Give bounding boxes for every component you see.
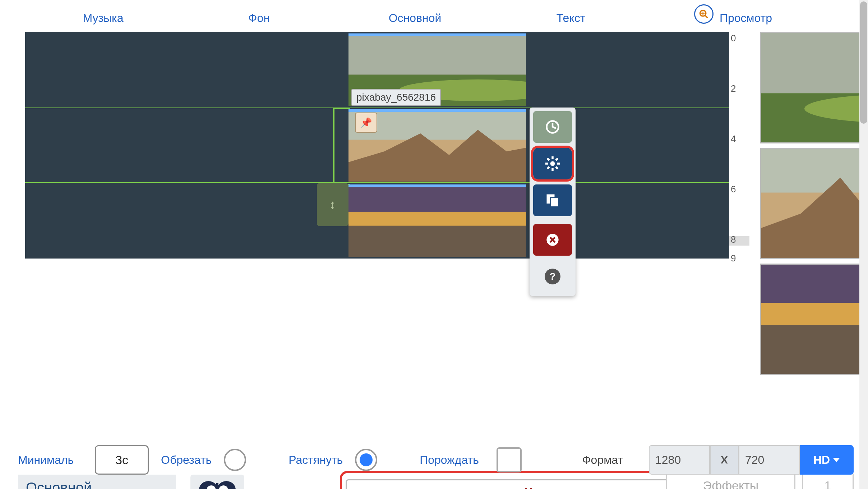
ruler-mark-8: 8 <box>731 234 736 245</box>
option-tab-main[interactable]: Основной <box>18 475 176 489</box>
clip-toolbar: ? <box>530 108 576 296</box>
ruler-mark-2: 2 <box>731 83 736 94</box>
selection-bracket <box>333 108 350 185</box>
landscape-icon <box>761 149 868 258</box>
preview-column <box>753 32 868 379</box>
close-circle-icon <box>545 233 560 247</box>
duplicate-button[interactable] <box>533 184 572 216</box>
stretch-label: Растянуть <box>288 453 343 467</box>
svg-line-15 <box>553 127 556 128</box>
svg-rect-30 <box>761 33 868 93</box>
timing-button[interactable] <box>533 111 572 143</box>
tab-main[interactable]: Основной <box>337 7 493 32</box>
gear-icon <box>545 156 560 172</box>
pin-button[interactable]: 📌 <box>355 113 377 133</box>
timeline-ruler: 0 2 4 6 8 9 <box>729 32 751 379</box>
ruler-mark-4: 4 <box>731 133 736 145</box>
preview-thumb-2[interactable] <box>760 148 868 259</box>
timeline[interactable]: pixabay_6562816 📌 ↕ <box>25 32 729 259</box>
clear-button[interactable]: X <box>346 479 711 489</box>
tab-music[interactable]: Музыка <box>25 7 181 32</box>
help-button[interactable]: ? <box>533 261 572 292</box>
zoom-in-button[interactable] <box>694 4 714 24</box>
svg-rect-34 <box>761 149 868 193</box>
tab-text[interactable]: Текст <box>493 7 649 32</box>
spawn-checkbox[interactable] <box>497 447 522 472</box>
format-width[interactable]: 1280 <box>649 445 710 475</box>
spawn-label: Порождать <box>420 453 484 467</box>
landscape-icon <box>761 265 868 374</box>
delete-button[interactable] <box>533 224 572 256</box>
min-duration-label: Минималь <box>18 453 83 467</box>
svg-line-23 <box>547 167 549 169</box>
help-icon: ? <box>545 269 560 284</box>
copy-icon <box>545 192 560 208</box>
ruler-mark-9: 9 <box>731 253 736 264</box>
preview-thumb-3[interactable] <box>760 264 868 375</box>
crop-radio[interactable] <box>224 449 246 471</box>
pin-icon: 📌 <box>360 117 372 128</box>
clip-3[interactable] <box>348 184 526 257</box>
resize-icon: ↕ <box>329 197 336 212</box>
min-duration-input[interactable] <box>95 445 149 475</box>
landscape-icon <box>761 33 868 142</box>
format-label: Формат <box>582 453 623 467</box>
page-scrollbar[interactable] <box>859 0 868 489</box>
crop-label: Обрезать <box>161 453 212 467</box>
svg-line-24 <box>556 158 558 160</box>
landscape-icon <box>348 187 526 257</box>
svg-rect-12 <box>348 226 526 257</box>
ruler-mark-0: 0 <box>731 33 736 44</box>
format-group: 1280 X 720 HD <box>649 445 854 475</box>
clip-1-label: pixabay_6562816 <box>351 89 441 106</box>
svg-line-1 <box>705 15 708 18</box>
stretch-radio[interactable] <box>355 449 377 471</box>
top-tabs: Музыка Фон Основной Текст Просмотр <box>0 0 868 32</box>
ruler-mark-6: 6 <box>731 184 736 195</box>
transition-preset[interactable] <box>190 475 244 489</box>
svg-rect-43 <box>216 483 218 489</box>
svg-line-21 <box>547 158 549 160</box>
format-height[interactable]: 720 <box>739 445 800 475</box>
chevron-down-icon <box>833 458 840 462</box>
format-x: X <box>710 445 739 475</box>
preview-thumb-1[interactable] <box>760 32 868 143</box>
zoom-in-icon <box>699 9 709 19</box>
format-hd-dropdown[interactable]: HD <box>800 445 854 475</box>
svg-line-22 <box>556 167 558 169</box>
svg-point-16 <box>550 161 555 166</box>
scrollbar-thumb[interactable] <box>860 1 867 124</box>
hd-label: HD <box>813 453 830 467</box>
tab-preview[interactable]: Просмотр <box>649 7 843 32</box>
butterfly-icon <box>198 479 237 489</box>
resize-handle[interactable]: ↕ <box>317 183 348 226</box>
settings-button[interactable] <box>533 148 572 179</box>
svg-rect-26 <box>551 198 559 207</box>
tab-background[interactable]: Фон <box>181 7 337 32</box>
clock-icon <box>545 119 560 135</box>
svg-rect-38 <box>761 325 868 374</box>
svg-rect-4 <box>348 36 526 75</box>
